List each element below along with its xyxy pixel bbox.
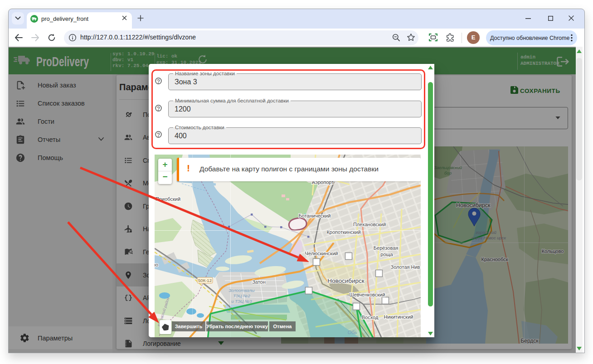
svg-text:Ботанический: Ботанический xyxy=(299,213,331,218)
svg-text:Шевченковский: Шевченковский xyxy=(350,292,385,297)
svg-text:Никитинский: Никитинский xyxy=(384,314,413,320)
svg-text:Золотая Нив: Золотая Нив xyxy=(391,264,420,270)
svg-text:Берёзовая: Берёзовая xyxy=(374,245,398,251)
svg-text:Обь: Обь xyxy=(348,330,357,335)
svg-text:Кропоткинский: Кропоткинский xyxy=(326,229,360,235)
svg-text:Восход: Восход xyxy=(362,315,379,320)
svg-text:Плехановский: Плехановский xyxy=(353,222,386,227)
svg-text:и ТЭЦ №3: и ТЭЦ №3 xyxy=(231,299,252,304)
svg-text:ТЭЦ №2: ТЭЦ №2 xyxy=(233,293,250,298)
svg-text:роща: роща xyxy=(380,252,393,257)
svg-text:Затон: Затон xyxy=(252,279,266,285)
svg-text:50К-12: 50К-12 xyxy=(198,278,212,283)
svg-text:Золоотвалы: Золоотвалы xyxy=(228,288,254,293)
svg-text:Челюскинский: Челюскинский xyxy=(305,251,338,256)
svg-text:Приобский: Приобский xyxy=(156,196,180,202)
svg-text:но: но xyxy=(155,262,158,267)
svg-text:Новосибирск: Новосибирск xyxy=(327,277,365,284)
